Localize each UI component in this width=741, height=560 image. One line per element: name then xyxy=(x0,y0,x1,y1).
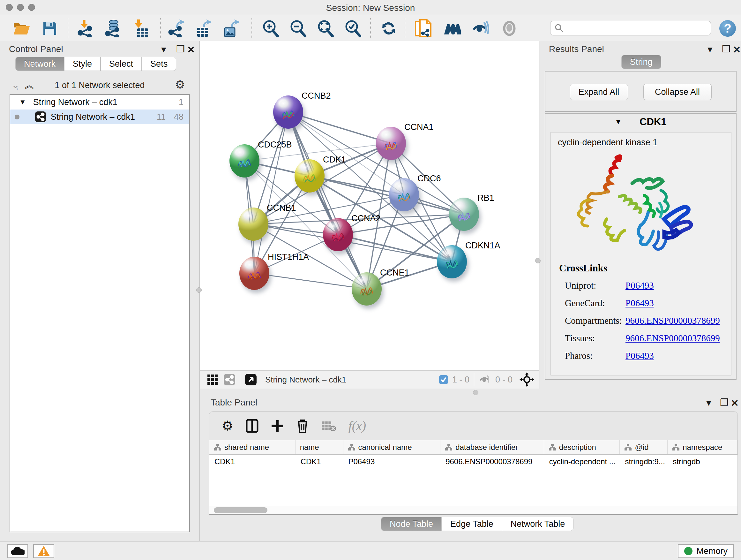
tree-expand-arrow[interactable]: ▼ xyxy=(19,98,26,106)
import-network-file-button[interactable] xyxy=(77,19,94,37)
entry-collapse-arrow[interactable]: ▼ xyxy=(615,118,622,126)
cell-namespace[interactable]: stringdb xyxy=(668,455,738,469)
tab-node-table[interactable]: Node Table xyxy=(381,517,442,531)
zoom-in-button[interactable] xyxy=(262,19,280,37)
cell-sharedname[interactable]: CDK1 xyxy=(209,455,295,469)
import-table-file-button[interactable] xyxy=(132,19,150,37)
export-table-button[interactable] xyxy=(195,19,212,37)
network-options-gear-icon[interactable]: ⚙ xyxy=(175,78,185,91)
crosslink-link[interactable]: 9606.ENSP00000378699 xyxy=(625,315,720,326)
graph-node-RB1[interactable] xyxy=(449,198,479,231)
network-collection-row[interactable]: ▼ String Network – cdk1 1 xyxy=(10,95,189,110)
column-tree-icon xyxy=(672,444,680,451)
graph-node-CCNE1[interactable] xyxy=(352,272,382,306)
tab-string[interactable]: String xyxy=(621,55,661,69)
crosslink-link[interactable]: P06493 xyxy=(625,280,654,291)
help-button[interactable]: ? xyxy=(719,19,737,37)
scrollbar-thumb[interactable] xyxy=(214,507,267,513)
graph-node-CDC25B[interactable] xyxy=(229,144,259,178)
graph-node-HIST1H1A[interactable] xyxy=(239,257,269,290)
edge-HIST1H1A-CCNE1[interactable] xyxy=(254,273,367,289)
export-image-button[interactable] xyxy=(222,19,240,37)
control-panel-float-icon[interactable]: ▼ xyxy=(159,45,168,55)
cell-description[interactable]: cyclin-dependent ... xyxy=(544,455,620,469)
cell-canonicalname[interactable]: P06493 xyxy=(343,455,441,469)
cell-id[interactable]: stringdb:9... xyxy=(620,455,668,469)
birdseye-view-icon[interactable] xyxy=(245,374,257,386)
add-column-icon[interactable] xyxy=(271,419,284,433)
results-panel-float-icon[interactable]: ▼ xyxy=(706,45,714,55)
crosslink-link[interactable]: P06493 xyxy=(625,298,654,308)
network-share-view-icon[interactable] xyxy=(223,374,235,386)
column-header-id[interactable]: @id xyxy=(620,440,668,454)
table-panel-maximize-icon[interactable]: ❐ xyxy=(720,397,729,408)
crosslink-row: Compartments:9606.ENSP00000378699 xyxy=(565,315,731,326)
graph-node-CCNA2[interactable] xyxy=(323,218,353,251)
grid-view-icon[interactable] xyxy=(207,374,218,385)
table-settings-gear-icon[interactable]: ⚙ xyxy=(221,418,233,434)
edge-CCNB2-CCNA1[interactable] xyxy=(288,112,391,143)
zoom-out-button[interactable] xyxy=(289,19,307,37)
tab-network-table[interactable]: Network Table xyxy=(502,517,574,531)
expand-all-button[interactable]: Expand All xyxy=(570,84,628,100)
horizontal-splitter-handle[interactable] xyxy=(473,390,478,395)
selected-checkbox-icon[interactable] xyxy=(439,375,448,384)
tab-sets[interactable]: Sets xyxy=(142,57,176,71)
right-splitter-handle[interactable] xyxy=(535,258,541,263)
results-panel-maximize-icon[interactable]: ❐ xyxy=(722,44,731,55)
network-canvas[interactable]: CCNB2CCNA1CDC25BCDK1CDC6RB1CCNB1CCNA2CDK… xyxy=(200,41,539,370)
refresh-view-button[interactable] xyxy=(380,19,398,37)
zoom-selected-button[interactable] xyxy=(344,19,362,37)
cloud-status-button[interactable] xyxy=(7,544,28,558)
crosslink-link[interactable]: 9606.ENSP00000378699 xyxy=(625,333,720,344)
graph-node-CCNA1[interactable] xyxy=(376,127,406,160)
tab-style[interactable]: Style xyxy=(64,57,100,71)
network-row-selected[interactable]: String Network – cdk1 11 48 xyxy=(10,110,189,124)
tab-network[interactable]: Network xyxy=(15,57,64,71)
graph-node-CDKN1A[interactable] xyxy=(437,245,467,278)
entry-header[interactable]: ▼ CDK1 xyxy=(545,114,736,130)
import-network-database-button[interactable] xyxy=(104,19,122,37)
column-header-databaseidentifier[interactable]: database identifier xyxy=(441,440,544,454)
column-header-canonicalname[interactable]: canonical name xyxy=(343,440,441,454)
show-columns-icon[interactable] xyxy=(246,419,259,433)
edge-CCNB2-HIST1H1A[interactable] xyxy=(254,112,288,273)
export-network-button[interactable] xyxy=(167,19,185,37)
delete-column-icon[interactable] xyxy=(296,419,309,433)
graph-node-CDK1[interactable] xyxy=(294,159,325,192)
zoom-fit-button[interactable] xyxy=(317,19,334,37)
graph-node-CCNB1[interactable] xyxy=(239,207,268,241)
center-view-icon[interactable] xyxy=(520,372,534,387)
network-overview-button[interactable] xyxy=(443,19,461,37)
hide-selected-button[interactable] xyxy=(472,19,489,37)
graph-node-CDC6[interactable] xyxy=(389,178,419,211)
crosslink-link[interactable]: P06493 xyxy=(625,351,654,361)
control-panel-maximize-icon[interactable]: ❐ xyxy=(176,44,185,55)
column-header-description[interactable]: description xyxy=(544,440,620,454)
table-row[interactable]: CDK1CDK1P064939606.ENSP00000378699cyclin… xyxy=(209,455,738,469)
cell-databaseidentifier[interactable]: 9606.ENSP00000378699 xyxy=(441,455,544,469)
tab-select[interactable]: Select xyxy=(100,57,142,71)
left-splitter-handle[interactable] xyxy=(196,287,202,293)
graph-node-CCNB2[interactable] xyxy=(273,96,303,129)
column-header-name[interactable]: name xyxy=(295,440,343,454)
memory-button[interactable]: Memory xyxy=(678,544,734,558)
column-label: @id xyxy=(635,443,649,452)
annotation-mode-button[interactable] xyxy=(414,19,432,37)
edge-CCNB2-CCNE1[interactable] xyxy=(288,112,367,289)
table-horizontal-scrollbar[interactable] xyxy=(209,506,738,514)
table-panel-float-icon[interactable]: ▼ xyxy=(704,398,713,408)
column-header-sharedname[interactable]: shared name xyxy=(209,440,295,454)
cell-name[interactable]: CDK1 xyxy=(295,455,343,469)
control-panel-close-icon[interactable]: ✕ xyxy=(187,44,195,55)
tab-edge-table[interactable]: Edge Table xyxy=(442,517,502,531)
table-panel-close-icon[interactable]: ✕ xyxy=(731,397,739,409)
show-hidden-button-disabled[interactable] xyxy=(500,19,518,37)
results-panel-close-icon[interactable]: ✕ xyxy=(733,44,741,55)
open-session-button[interactable] xyxy=(13,19,30,37)
collapse-all-button[interactable]: Collapse All xyxy=(643,84,712,100)
save-session-button[interactable] xyxy=(41,19,59,37)
column-header-namespace[interactable]: namespace xyxy=(668,440,738,454)
search-input[interactable] xyxy=(564,21,711,35)
warnings-button[interactable] xyxy=(33,544,54,558)
